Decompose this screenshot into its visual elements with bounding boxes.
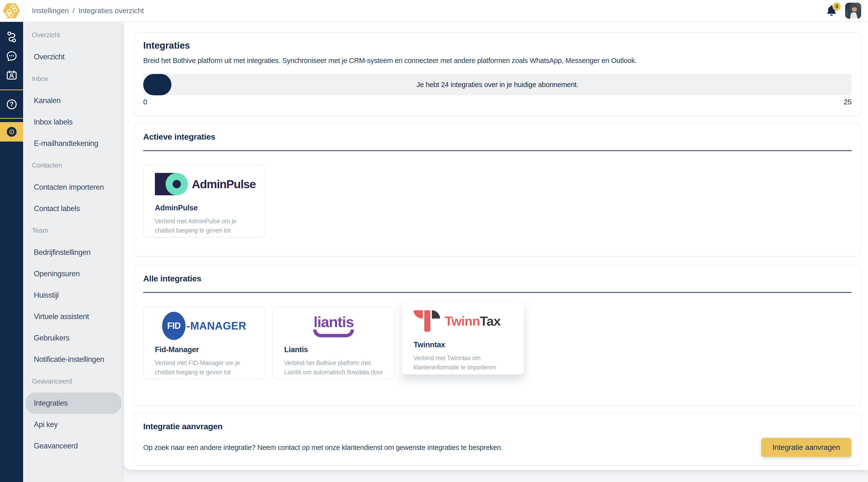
avatar[interactable]: [845, 3, 861, 19]
card-title: Fid-Manager: [155, 345, 254, 354]
liantis-logo: liantis: [284, 313, 383, 338]
request-integration-description: Op zoek naar een andere integratie? Neem…: [143, 444, 751, 452]
request-integration-button[interactable]: Integratie aanvragen: [761, 438, 852, 457]
active-integrations-title: Actieve integraties: [143, 132, 852, 142]
notification-count-badge: 3: [833, 2, 841, 11]
avatar-photo: [845, 3, 861, 19]
integration-card-fid-manager[interactable]: FID -MANAGER Fid-Manager Verbind met FID…: [143, 306, 265, 380]
integration-card-liantis[interactable]: liantis Liantis Verbind het Bothive plat…: [273, 306, 395, 380]
settings-sidebar: Overzicht Overzicht Inbox Kanalen Inbox …: [23, 22, 124, 482]
rail-item-contacts[interactable]: [0, 69, 23, 82]
sidebar-item-overzicht[interactable]: Overzicht: [26, 46, 122, 68]
icon-rail: ?: [0, 22, 23, 482]
quota-bar-fill: [143, 74, 172, 95]
all-integrations-section: Alle integraties FID -MANAGER Fid-Manage…: [134, 265, 861, 406]
settings-gear-icon: [6, 126, 18, 138]
flow-icon: [5, 31, 18, 43]
rail-item-inbox[interactable]: [0, 50, 23, 62]
quota-min-label: 0: [143, 98, 147, 106]
liantis-logo-smile: [313, 330, 354, 337]
sidebar-item-integraties[interactable]: Integraties: [26, 392, 122, 414]
app-logo[interactable]: [0, 0, 23, 21]
notifications-button[interactable]: 3: [825, 4, 838, 18]
sidebar-item-contact-labels[interactable]: Contact labels: [26, 198, 122, 219]
chat-icon: [5, 50, 18, 62]
sidebar-item-notificatie-instellingen[interactable]: Notificatie-instellingen: [26, 349, 122, 370]
card-title: Liantis: [284, 345, 383, 354]
sidebar-item-contacten-importeren[interactable]: Contacten importeren: [26, 177, 122, 198]
rail-divider: [0, 90, 23, 90]
svg-text:?: ?: [10, 101, 13, 108]
integration-quota-bar: Je hebt 24 integraties over in je huidig…: [143, 74, 852, 95]
integration-card-adminpulse[interactable]: AdminPulse AdminPulse Verbind met AdminP…: [143, 164, 265, 238]
integration-card-twinntax[interactable]: TwinnTax Twinntax Verbind met Twinntax o…: [402, 302, 524, 374]
fid-logo-wordmark: -MANAGER: [186, 320, 246, 332]
help-icon: ?: [5, 98, 18, 111]
twinntax-logo-mark: [413, 310, 439, 332]
sidebar-item-virtuele-assistent[interactable]: Virtuele assistent: [26, 306, 122, 327]
card-description: Verbind het Bothive platform met Liantis…: [284, 358, 383, 380]
sidebar-item-openingsuren[interactable]: Openingsuren: [26, 263, 122, 284]
topbar: Instellingen / Integraties overzicht 3: [0, 0, 868, 22]
sidebar-section-inbox: Inbox: [23, 71, 122, 86]
liantis-logo-wordmark: liantis: [313, 314, 353, 330]
sidebar-section-overzicht: Overzicht: [23, 28, 122, 42]
sidebar-item-bedrijfinstellingen[interactable]: Bedrijfinstellingen: [26, 242, 122, 263]
sidebar-item-gebruikers[interactable]: Gebruikers: [26, 327, 122, 349]
request-integration-title: Integratie aanvragen: [143, 422, 852, 431]
sidebar-section-contacten: Contacten: [23, 158, 122, 173]
twinntax-logo-primary: Twinn: [445, 314, 480, 328]
sidebar-item-emailhandtekening[interactable]: E-mailhandtekening: [26, 133, 122, 154]
breadcrumb: Instellingen / Integraties overzicht: [32, 6, 144, 15]
card-title: Twinntax: [413, 340, 512, 349]
adminpulse-logo-mark: [155, 173, 188, 195]
rail-divider: [0, 118, 23, 119]
sidebar-item-inbox-labels[interactable]: Inbox labels: [26, 111, 122, 133]
all-integrations-title: Alle integraties: [143, 274, 852, 283]
sidebar-item-kanalen[interactable]: Kanalen: [26, 90, 122, 111]
request-integration-section: Integratie aanvragen Op zoek naar een an…: [134, 413, 861, 466]
rail-item-help[interactable]: ?: [0, 98, 23, 111]
bothive-honeycomb-icon: [2, 1, 21, 20]
card-description: Verbind met AdminPulse om je chatbot toe…: [155, 217, 254, 238]
page-title: Integraties: [143, 40, 852, 51]
twinntax-logo: TwinnTax: [413, 308, 512, 334]
sidebar-item-geavanceerd[interactable]: Geavanceerd: [26, 435, 122, 457]
active-integrations-section: Actieve integraties AdminPulse AdminPuls…: [134, 123, 861, 257]
quota-max-label: 25: [844, 98, 852, 106]
quota-message: Je hebt 24 integraties over in je huidig…: [416, 81, 579, 89]
sidebar-item-huisstijl[interactable]: Huisstijl: [26, 284, 122, 306]
main-panel: Integraties Breid het Bothive platform u…: [124, 22, 868, 470]
rail-item-settings-active[interactable]: [0, 122, 23, 142]
fid-logo-mark: FID: [162, 312, 186, 340]
sidebar-section-team: Team: [23, 223, 122, 238]
adminpulse-logo-wordmark: AdminPulse: [192, 178, 255, 191]
contact-card-icon: [5, 69, 18, 82]
integrations-intro-card: Integraties Breid het Bothive platform u…: [134, 32, 861, 117]
section-divider: [143, 150, 852, 151]
twinntax-logo-secondary: Tax: [480, 314, 500, 328]
rail-item-flows[interactable]: [0, 31, 23, 43]
sidebar-item-api-key[interactable]: Api key: [26, 414, 122, 435]
breadcrumb-instellingen[interactable]: Instellingen: [32, 6, 69, 15]
page-description: Breid het Bothive platform uit met integ…: [143, 57, 852, 65]
sidebar-section-geavanceerd: Geavanceerd: [23, 374, 122, 389]
breadcrumb-separator: /: [73, 6, 75, 15]
card-description: Verbind met Twinntax om klanteninformati…: [413, 354, 512, 372]
fid-manager-logo: FID -MANAGER: [155, 313, 254, 338]
card-description: Verbind met FID-Manager om je chatbot to…: [155, 358, 254, 380]
breadcrumb-current: Integraties overzicht: [79, 6, 144, 15]
card-title: AdminPulse: [155, 204, 254, 212]
section-divider: [143, 292, 852, 293]
adminpulse-logo: AdminPulse: [155, 172, 254, 197]
